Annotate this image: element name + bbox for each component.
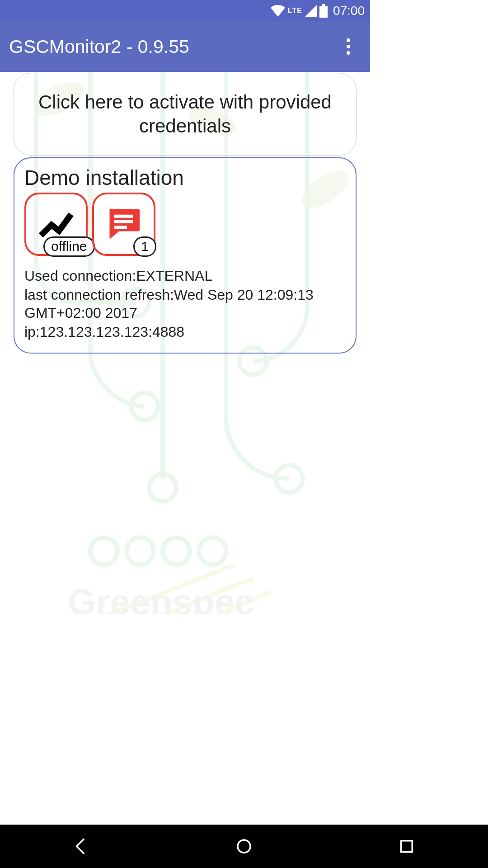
installation-title: Demo installation (24, 165, 346, 190)
svg-point-10 (199, 538, 226, 565)
svg-rect-15 (114, 220, 133, 223)
content-area: Greenspec Click here to activate with pr… (0, 72, 370, 615)
svg-point-9 (163, 538, 190, 565)
overflow-menu-button[interactable] (336, 34, 361, 59)
brand-watermark: Greenspec (68, 582, 255, 614)
svg-rect-16 (114, 226, 127, 229)
svg-point-5 (276, 465, 303, 492)
lte-label: LTE (288, 7, 302, 15)
svg-point-8 (127, 538, 154, 565)
clock: 07:00 (333, 4, 365, 18)
svg-rect-0 (319, 6, 328, 18)
last-refresh-label: last connection refresh: (24, 287, 174, 303)
ip-value: 123.123.123.123:4888 (40, 324, 184, 340)
svg-point-3 (131, 393, 158, 420)
wifi-icon (271, 5, 285, 17)
battery-icon (319, 4, 328, 18)
installation-info: Used connection:EXTERNAL last connection… (24, 267, 346, 341)
tile-row: offline 1 (24, 193, 346, 256)
svg-rect-14 (114, 215, 133, 218)
ip-label: ip: (24, 324, 40, 340)
message-count-badge: 1 (133, 236, 156, 257)
svg-point-7 (90, 538, 117, 565)
activate-credentials-button[interactable]: Click here to activate with provided cre… (14, 73, 357, 156)
status-badge: offline (43, 236, 95, 257)
app-bar: GSCMonitor2 - 0.9.55 (0, 21, 370, 72)
installation-card[interactable]: Demo installation offline (14, 157, 357, 354)
svg-point-4 (149, 474, 176, 501)
status-tile[interactable]: offline (24, 193, 88, 256)
app-title: GSCMonitor2 - 0.9.55 (9, 36, 336, 57)
messages-tile[interactable]: 1 (92, 193, 155, 256)
status-bar: LTE 07:00 (0, 0, 370, 21)
vertical-dots-icon (347, 38, 350, 42)
signal-icon (305, 5, 317, 17)
used-connection-label: Used connection: (24, 268, 136, 284)
svg-rect-1 (322, 4, 325, 6)
used-connection-value: EXTERNAL (136, 268, 212, 284)
